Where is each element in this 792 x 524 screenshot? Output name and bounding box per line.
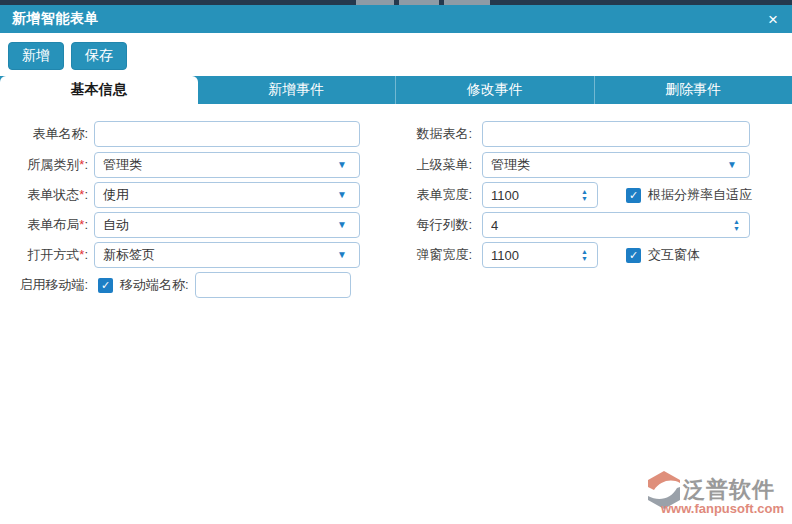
spin-down-icon[interactable]: ▼ xyxy=(733,225,740,232)
cols-per-row-input[interactable] xyxy=(483,218,727,233)
category-select-value: 管理类 xyxy=(103,156,142,174)
spinner[interactable]: ▲ ▼ xyxy=(733,218,740,232)
form-width-stepper: ▲ ▼ xyxy=(482,182,598,208)
interactive-window-label: 交互窗体 xyxy=(648,246,700,264)
chevron-down-icon: ▼ xyxy=(337,220,347,230)
form-width-input[interactable] xyxy=(483,188,575,203)
enable-mobile-checkbox[interactable]: ✓ xyxy=(98,278,113,293)
form-name-input-wrap xyxy=(94,121,360,147)
parent-menu-label: 上级菜单: xyxy=(392,156,472,174)
parent-menu-select-value: 管理类 xyxy=(491,156,530,174)
background-page-edge xyxy=(0,0,792,5)
chevron-down-icon: ▼ xyxy=(337,250,347,260)
spinner[interactable]: ▲ ▼ xyxy=(581,188,588,202)
background-tab xyxy=(399,0,439,5)
screen: 新增智能表单 × 新增 保存 基本信息 新增事件 修改事件 删除事件 表单名称:… xyxy=(0,0,792,524)
auto-fit-label: 根据分辨率自适应 xyxy=(648,186,752,204)
chevron-down-icon: ▼ xyxy=(727,160,737,170)
mobile-name-input-wrap xyxy=(195,272,351,298)
dialog-title: 新增智能表单 xyxy=(12,10,99,28)
spin-up-icon[interactable]: ▲ xyxy=(581,248,588,255)
mobile-name-input[interactable] xyxy=(196,278,350,293)
data-table-input-wrap xyxy=(482,121,750,147)
cols-per-row-field: 每行列数: ▲ ▼ xyxy=(392,212,750,238)
dialog-titlebar: 新增智能表单 × xyxy=(0,5,792,33)
popup-width-field: 弹窗宽度: ▲ ▼ xyxy=(392,242,598,268)
spin-up-icon[interactable]: ▲ xyxy=(733,218,740,225)
check-icon: ✓ xyxy=(629,188,638,203)
chevron-down-icon: ▼ xyxy=(337,160,347,170)
parent-menu-field: 上级菜单: 管理类 ▼ xyxy=(392,152,750,178)
tab-bar: 基本信息 新增事件 修改事件 删除事件 xyxy=(0,76,792,104)
form-layout-select-value: 自动 xyxy=(103,216,129,234)
tab-add-event[interactable]: 新增事件 xyxy=(198,76,397,104)
mobile-name-label: 移动端名称: xyxy=(120,276,189,294)
form-name-label: 表单名称: xyxy=(0,125,88,143)
chevron-down-icon: ▼ xyxy=(337,190,347,200)
popup-width-stepper: ▲ ▼ xyxy=(482,242,598,268)
open-mode-field: 打开方式*: 新标签页 ▼ xyxy=(0,242,360,268)
form-layout-field: 表单布局*: 自动 ▼ xyxy=(0,212,360,238)
fanpu-website-url: www.fanpusoft.com xyxy=(661,501,784,516)
open-mode-label: 打开方式*: xyxy=(0,246,88,264)
form-name-input[interactable] xyxy=(95,127,359,142)
close-icon[interactable]: × xyxy=(766,9,780,30)
background-tab xyxy=(444,0,490,5)
spin-up-icon[interactable]: ▲ xyxy=(581,188,588,195)
form-width-label: 表单宽度: xyxy=(392,186,472,204)
category-label: 所属类别*: xyxy=(0,156,88,174)
auto-fit-field: ✓ 根据分辨率自适应 xyxy=(626,182,752,208)
popup-width-input[interactable] xyxy=(483,248,575,263)
cols-per-row-label: 每行列数: xyxy=(392,216,472,234)
spin-down-icon[interactable]: ▼ xyxy=(581,255,588,262)
background-tab xyxy=(356,0,394,5)
spinner[interactable]: ▲ ▼ xyxy=(581,248,588,262)
form-status-label: 表单状态*: xyxy=(0,186,88,204)
popup-width-label: 弹窗宽度: xyxy=(392,246,472,264)
add-button[interactable]: 新增 xyxy=(8,42,64,70)
tab-modify-event[interactable]: 修改事件 xyxy=(396,76,595,104)
tab-delete-event[interactable]: 删除事件 xyxy=(595,76,792,104)
tab-basic-info[interactable]: 基本信息 xyxy=(0,76,198,104)
enable-mobile-label: 启用移动端: xyxy=(0,276,88,294)
spin-down-icon[interactable]: ▼ xyxy=(581,195,588,202)
save-button[interactable]: 保存 xyxy=(71,42,127,70)
category-select[interactable]: 管理类 ▼ xyxy=(94,152,360,178)
toolbar: 新增 保存 xyxy=(0,33,792,76)
enable-mobile-field: 启用移动端: ✓ 移动端名称: xyxy=(0,272,351,298)
form-status-field: 表单状态*: 使用 ▼ xyxy=(0,182,360,208)
check-icon: ✓ xyxy=(629,248,638,263)
parent-menu-select[interactable]: 管理类 ▼ xyxy=(482,152,750,178)
form-status-select[interactable]: 使用 ▼ xyxy=(94,182,360,208)
cols-per-row-stepper: ▲ ▼ xyxy=(482,212,750,238)
fanpu-branding: 泛普软件 www.fanpusoft.com xyxy=(647,470,784,516)
form-layout-label: 表单布局*: xyxy=(0,216,88,234)
form-width-field: 表单宽度: ▲ ▼ xyxy=(392,182,598,208)
form-panel: 表单名称: 所属类别*: 管理类 ▼ 表单状态*: 使用 ▼ 表单布局*: 自动… xyxy=(0,104,792,524)
data-table-input[interactable] xyxy=(483,127,749,142)
data-table-label: 数据表名: xyxy=(392,125,472,143)
open-mode-select-value: 新标签页 xyxy=(103,246,155,264)
interactive-window-field: ✓ 交互窗体 xyxy=(626,242,700,268)
form-layout-select[interactable]: 自动 ▼ xyxy=(94,212,360,238)
form-status-select-value: 使用 xyxy=(103,186,129,204)
interactive-window-checkbox[interactable]: ✓ xyxy=(626,248,641,263)
open-mode-select[interactable]: 新标签页 ▼ xyxy=(94,242,360,268)
category-field: 所属类别*: 管理类 ▼ xyxy=(0,152,360,178)
auto-fit-checkbox[interactable]: ✓ xyxy=(626,188,641,203)
check-icon: ✓ xyxy=(101,278,110,293)
data-table-field: 数据表名: xyxy=(392,121,750,147)
form-name-field: 表单名称: xyxy=(0,121,360,147)
